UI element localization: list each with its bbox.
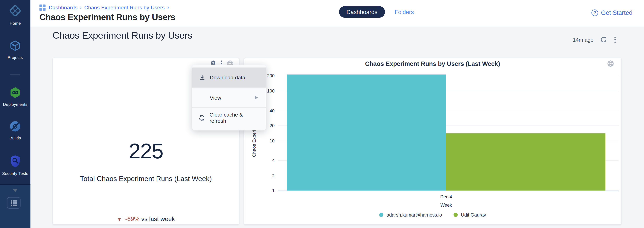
bar-chart-plot: 200100402010421Dec 4Week (244, 58, 621, 224)
y-tick-label: 10 (250, 138, 275, 143)
tab-folders[interactable]: Folders (395, 9, 414, 15)
legend-label: adarsh.kumar@harness.io (386, 212, 442, 217)
question-circle-icon: ? (592, 9, 598, 16)
bar-series1[interactable] (287, 75, 446, 191)
sidebar-bottom-section (0, 184, 30, 228)
triangle-down-icon: ▼ (117, 216, 122, 222)
cycle-icon (198, 115, 205, 121)
breadcrumb-dashboards[interactable]: Dashboards (49, 5, 78, 11)
x-axis-line (278, 190, 618, 191)
bar-series2[interactable] (446, 134, 606, 191)
menu-item-label: Clear cache & refresh (210, 111, 260, 124)
menu-item-label: Download data (210, 74, 245, 80)
kebab-menu-icon[interactable] (614, 36, 616, 44)
deployments-hexagon-icon (9, 86, 21, 100)
caret-right-icon (255, 95, 258, 100)
security-shield-icon (9, 155, 21, 170)
module-picker-button[interactable] (7, 197, 20, 208)
delta-row: ▼ -69% vs last week (53, 215, 239, 222)
sidebar-divider (10, 74, 20, 75)
y-tick-label: 4 (250, 158, 275, 163)
x-axis-title: Week (422, 202, 471, 207)
menu-item-view[interactable]: View (192, 88, 266, 107)
tile-context-menu: Download data View Clear cache & (192, 65, 266, 131)
dashboard-title: Chaos Experiment Runs by Users (52, 30, 192, 41)
refresh-icon[interactable] (600, 36, 607, 43)
sidebar-label: Home (10, 21, 20, 26)
legend-item[interactable]: Udit Gaurav (454, 212, 486, 217)
chart-legend: adarsh.kumar@harness.ioUdit Gaurav (244, 212, 621, 217)
sidebar-item-security-tests[interactable]: Security Tests (0, 155, 30, 176)
download-icon (198, 74, 205, 80)
sidebar-label: Security Tests (2, 171, 28, 176)
x-tick-label: Dec 4 (422, 194, 471, 199)
sidebar-item-builds[interactable]: Builds (0, 120, 30, 140)
legend-dot-icon (454, 213, 458, 217)
get-started-link[interactable]: ? Get Started (592, 9, 632, 16)
home-icon (8, 4, 22, 19)
total-value: 225 (53, 139, 239, 163)
delta-suffix: vs last week (141, 215, 175, 222)
breadcrumb: Dashboards › Chaos Experiment Runs by Us… (40, 5, 169, 11)
sidebar-label: Builds (10, 136, 21, 140)
sidebar-item-home[interactable]: Home (0, 4, 30, 26)
sidebar-item-deployments[interactable]: Deployments (0, 86, 30, 106)
sidebar-item-projects[interactable]: Projects (0, 40, 30, 60)
breadcrumb-current[interactable]: Chaos Experiment Runs by Users (84, 5, 164, 11)
top-header: Dashboards › Chaos Experiment Runs by Us… (30, 0, 644, 26)
dashboard-canvas: Chaos Experiment Runs by Users 14m ago (30, 27, 644, 228)
chevron-right-icon: › (80, 4, 82, 11)
dashboards-grid-icon (40, 5, 46, 11)
header-tabs: Dashboards Folders (339, 6, 414, 18)
projects-cube-icon (9, 40, 21, 54)
legend-label: Udit Gaurav (461, 212, 486, 217)
y-tick-label: 1 (250, 188, 275, 193)
tab-dashboards[interactable]: Dashboards (339, 6, 385, 18)
menu-item-clear-cache[interactable]: Clear cache & refresh (192, 108, 266, 128)
sidebar-label: Deployments (3, 102, 27, 106)
sidebar: Home Projects Deplo (0, 0, 30, 228)
menu-item-label: View (210, 94, 221, 100)
dashboard-actions: 14m ago (573, 36, 616, 44)
delta-value: -69% (125, 215, 140, 222)
y-tick-label: 2 (250, 173, 275, 178)
legend-item[interactable]: adarsh.kumar@harness.io (379, 212, 442, 217)
page-title: Chaos Experiment Runs by Users (40, 12, 176, 22)
sidebar-label: Projects (8, 55, 23, 60)
get-started-label: Get Started (601, 9, 632, 16)
menu-item-download-data[interactable]: Download data (192, 68, 266, 87)
chevron-right-icon: › (167, 4, 169, 11)
last-updated: 14m ago (573, 37, 594, 43)
builds-icon (9, 120, 21, 134)
chevron-down-icon[interactable] (13, 189, 18, 192)
app-window: Home Projects Deplo (0, 0, 644, 228)
grid-icon (11, 200, 17, 206)
chart-card: Chaos Experiment Runs by Users (Last Wee… (244, 58, 622, 225)
legend-dot-icon (379, 213, 383, 217)
total-label: Total Chaos Experiment Runs (Last Week) (53, 175, 239, 183)
